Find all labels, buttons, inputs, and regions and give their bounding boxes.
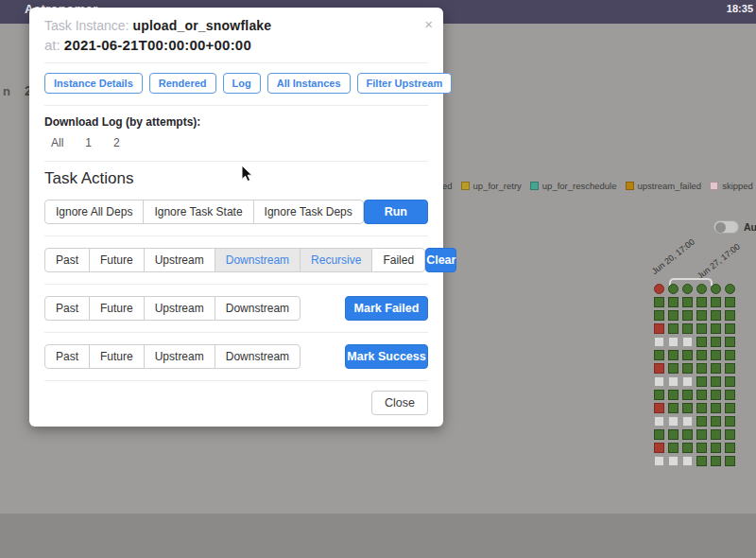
- task-success-cell[interactable]: [682, 323, 693, 334]
- task-success-cell[interactable]: [711, 443, 721, 453]
- filter-upstream-button[interactable]: Filter Upstream: [357, 73, 453, 94]
- task-none-cell[interactable]: [654, 456, 664, 466]
- run-option-ignore-task-state[interactable]: Ignore Task State: [143, 200, 253, 224]
- task-success-cell[interactable]: [654, 350, 664, 360]
- task-none-cell[interactable]: [654, 337, 664, 347]
- task-none-cell[interactable]: [668, 337, 679, 347]
- all-instances-button[interactable]: All Instances: [267, 73, 351, 94]
- task-none-cell[interactable]: [654, 376, 664, 387]
- task-success-cell[interactable]: [696, 443, 707, 453]
- mark-failed-option-downstream[interactable]: Downstream: [215, 296, 301, 321]
- task-success-cell[interactable]: [696, 323, 707, 334]
- task-success-cell[interactable]: [725, 323, 735, 334]
- clear-option-failed[interactable]: Failed: [371, 248, 425, 272]
- clear-button[interactable]: Clear: [425, 248, 456, 272]
- task-success-cell[interactable]: [711, 376, 721, 387]
- task-success-cell[interactable]: [668, 403, 679, 413]
- task-success-cell[interactable]: [696, 390, 707, 400]
- attempt-link-2[interactable]: 2: [113, 136, 120, 149]
- task-success-cell[interactable]: [682, 390, 693, 400]
- task-success-cell[interactable]: [682, 297, 693, 307]
- dag-run-success-cell[interactable]: [682, 284, 693, 294]
- task-success-cell[interactable]: [682, 443, 693, 453]
- task-success-cell[interactable]: [725, 429, 735, 440]
- task-failed-cell[interactable]: [654, 403, 664, 413]
- task-success-cell[interactable]: [725, 297, 735, 307]
- dag-run-success-cell[interactable]: [668, 284, 679, 294]
- task-success-cell[interactable]: [711, 350, 721, 360]
- dag-run-success-cell[interactable]: [696, 284, 707, 294]
- run-button[interactable]: Run: [364, 200, 428, 224]
- task-success-cell[interactable]: [725, 456, 735, 466]
- task-failed-cell[interactable]: [654, 323, 664, 334]
- task-success-cell[interactable]: [725, 416, 735, 427]
- mark-success-option-future[interactable]: Future: [89, 344, 145, 369]
- clear-option-recursive[interactable]: Recursive: [300, 248, 372, 272]
- task-success-cell[interactable]: [725, 310, 735, 321]
- task-success-cell[interactable]: [668, 323, 679, 334]
- task-success-cell[interactable]: [725, 376, 735, 387]
- task-success-cell[interactable]: [711, 337, 721, 347]
- task-success-cell[interactable]: [668, 390, 679, 400]
- task-success-cell[interactable]: [696, 297, 707, 307]
- mark-failed-option-future[interactable]: Future: [89, 296, 145, 321]
- task-none-cell[interactable]: [668, 456, 679, 466]
- task-success-cell[interactable]: [682, 429, 693, 440]
- run-option-ignore-task-deps[interactable]: Ignore Task Deps: [253, 200, 364, 224]
- task-success-cell[interactable]: [711, 297, 721, 307]
- rendered-button[interactable]: Rendered: [149, 73, 216, 94]
- task-success-cell[interactable]: [696, 350, 707, 360]
- task-success-cell[interactable]: [668, 297, 679, 307]
- task-success-cell[interactable]: [654, 310, 664, 321]
- task-none-cell[interactable]: [682, 337, 693, 347]
- task-success-cell[interactable]: [668, 443, 679, 453]
- task-success-cell[interactable]: [725, 403, 735, 413]
- task-success-cell[interactable]: [711, 363, 721, 374]
- task-success-cell[interactable]: [682, 310, 693, 321]
- mark-success-button[interactable]: Mark Success: [345, 344, 428, 369]
- attempt-link-all[interactable]: All: [51, 136, 63, 149]
- task-success-cell[interactable]: [654, 390, 664, 400]
- close-icon[interactable]: ×: [424, 17, 433, 31]
- mark-success-option-upstream[interactable]: Upstream: [144, 344, 215, 369]
- task-none-cell[interactable]: [668, 376, 679, 387]
- log-button[interactable]: Log: [223, 73, 261, 94]
- task-success-cell[interactable]: [696, 337, 707, 347]
- clear-option-past[interactable]: Past: [44, 248, 90, 272]
- mark-success-option-past[interactable]: Past: [44, 344, 90, 369]
- task-none-cell[interactable]: [654, 416, 664, 427]
- task-success-cell[interactable]: [711, 416, 721, 427]
- clear-option-future[interactable]: Future: [89, 248, 145, 272]
- run-option-ignore-all-deps[interactable]: Ignore All Deps: [44, 200, 144, 224]
- task-success-cell[interactable]: [682, 363, 693, 374]
- dag-run-success-cell[interactable]: [725, 284, 735, 294]
- task-success-cell[interactable]: [696, 403, 707, 413]
- task-success-cell[interactable]: [696, 363, 707, 374]
- task-failed-cell[interactable]: [654, 443, 664, 453]
- task-success-cell[interactable]: [725, 390, 735, 400]
- task-success-cell[interactable]: [682, 350, 693, 360]
- task-success-cell[interactable]: [725, 363, 735, 374]
- clear-option-downstream[interactable]: Downstream: [215, 248, 301, 272]
- dag-run-success-cell[interactable]: [711, 284, 721, 294]
- task-success-cell[interactable]: [711, 403, 721, 413]
- mark-failed-option-upstream[interactable]: Upstream: [144, 296, 215, 321]
- task-none-cell[interactable]: [682, 376, 693, 387]
- task-success-cell[interactable]: [711, 310, 721, 321]
- task-success-cell[interactable]: [696, 429, 707, 440]
- task-success-cell[interactable]: [725, 337, 735, 347]
- task-success-cell[interactable]: [711, 323, 721, 334]
- task-none-cell[interactable]: [682, 416, 693, 427]
- mark-success-option-downstream[interactable]: Downstream: [215, 344, 301, 369]
- task-success-cell[interactable]: [668, 429, 679, 440]
- task-success-cell[interactable]: [725, 350, 735, 360]
- task-none-cell[interactable]: [668, 416, 679, 427]
- close-button[interactable]: Close: [371, 391, 428, 415]
- task-success-cell[interactable]: [668, 363, 679, 374]
- mark-failed-option-past[interactable]: Past: [44, 296, 90, 321]
- task-failed-cell[interactable]: [654, 363, 664, 374]
- task-success-cell[interactable]: [654, 429, 664, 440]
- task-success-cell[interactable]: [711, 429, 721, 440]
- task-success-cell[interactable]: [668, 310, 679, 321]
- task-success-cell[interactable]: [654, 297, 664, 307]
